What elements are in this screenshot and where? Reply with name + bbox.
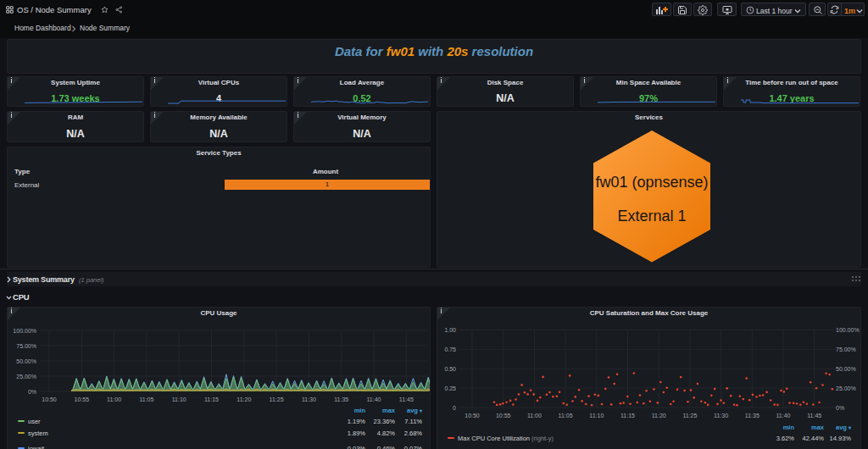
svg-text:11:20: 11:20 <box>236 396 251 402</box>
svg-text:11:15: 11:15 <box>204 396 219 402</box>
svg-text:75.00%: 75.00% <box>836 346 856 352</box>
svg-text:0%: 0% <box>28 389 36 395</box>
svg-text:fw01 (opnsense): fw01 (opnsense) <box>595 174 708 191</box>
svg-text:100.00%: 100.00% <box>836 327 860 333</box>
svg-text:11:10: 11:10 <box>172 396 186 402</box>
svg-text:0.25: 0.25 <box>444 385 456 391</box>
svg-text:0%: 0% <box>836 405 844 411</box>
svg-text:11:35: 11:35 <box>334 396 348 402</box>
svg-text:25.00%: 25.00% <box>16 374 36 380</box>
svg-text:0.75: 0.75 <box>444 346 456 352</box>
svg-text:11:20: 11:20 <box>652 413 666 419</box>
svg-text:50.00%: 50.00% <box>16 358 36 364</box>
svg-text:11:15: 11:15 <box>620 413 635 419</box>
svg-text:1.00: 1.00 <box>444 327 456 333</box>
svg-text:10:50: 10:50 <box>42 396 57 402</box>
svg-text:75.00%: 75.00% <box>16 343 36 349</box>
svg-text:0: 0 <box>453 405 456 411</box>
svg-text:11:25: 11:25 <box>682 413 697 419</box>
svg-text:11:40: 11:40 <box>367 396 381 402</box>
svg-text:11:10: 11:10 <box>589 413 604 419</box>
svg-text:10:55: 10:55 <box>75 396 90 402</box>
svg-text:11:05: 11:05 <box>559 413 573 419</box>
svg-text:External 1: External 1 <box>617 208 686 224</box>
svg-text:10:55: 10:55 <box>496 413 511 419</box>
svg-text:11:00: 11:00 <box>107 396 121 402</box>
svg-text:11:45: 11:45 <box>399 396 414 402</box>
svg-text:11:25: 11:25 <box>270 396 284 402</box>
svg-text:11:40: 11:40 <box>776 413 791 419</box>
svg-text:25.00%: 25.00% <box>836 385 856 391</box>
svg-text:100.00%: 100.00% <box>13 328 36 334</box>
svg-text:50.00%: 50.00% <box>836 366 856 372</box>
svg-text:11:05: 11:05 <box>139 396 153 402</box>
svg-text:11:00: 11:00 <box>527 413 542 419</box>
svg-text:11:45: 11:45 <box>807 413 821 419</box>
svg-text:10:50: 10:50 <box>465 413 480 419</box>
svg-text:11:30: 11:30 <box>714 413 728 419</box>
svg-text:11:35: 11:35 <box>745 413 760 419</box>
svg-text:11:30: 11:30 <box>302 396 316 402</box>
svg-text:0.50: 0.50 <box>444 366 456 372</box>
